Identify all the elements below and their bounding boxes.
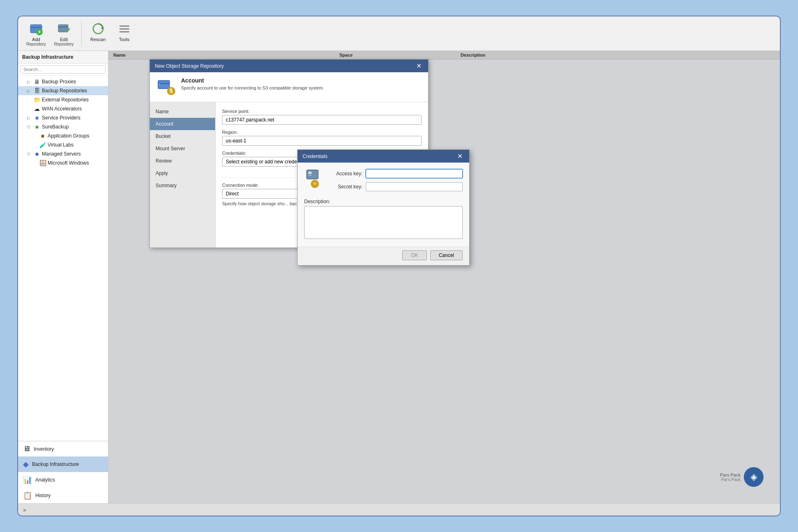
app-groups-icon: ■ xyxy=(39,133,46,139)
description-label: Description: xyxy=(304,199,463,204)
nav-inventory-label: Inventory xyxy=(34,446,54,452)
ok-button[interactable]: OK xyxy=(402,250,427,260)
svg-rect-8 xyxy=(119,25,129,27)
service-providers-label: Service Providers xyxy=(42,115,80,121)
step-mount-server[interactable]: Mount Server xyxy=(150,142,215,155)
brand-logo: ◈ xyxy=(744,467,764,487)
add-repository-icon: + xyxy=(28,21,44,37)
sidebar: Backup Infrastructure ▷ 🖥 Backup Proxies… xyxy=(18,51,108,503)
bottom-bar: » xyxy=(18,503,780,516)
nav-history-label: History xyxy=(35,493,50,498)
modal-steps: Name Account Bucket Mount Server xyxy=(150,102,216,248)
content-area: Name Space Description New Object Storag… xyxy=(108,51,780,503)
modal-titlebar: New Object Storage Repository ✕ xyxy=(150,60,428,72)
expand-icon xyxy=(33,134,38,138)
scroll-right-arrow[interactable]: » xyxy=(23,507,26,513)
step-apply[interactable]: Apply xyxy=(150,167,215,179)
sidebar-item-virtual-labs[interactable]: 🧪 Virtual Labs xyxy=(18,140,108,149)
wan-icon: ☁ xyxy=(34,105,40,112)
modal-overlay: New Object Storage Repository ✕ $ xyxy=(108,51,780,503)
sidebar-item-backup-repositories[interactable]: ▷ 🗄 Backup Repositories xyxy=(18,86,108,95)
sidebar-item-wan-accelerators[interactable]: ☁ WAN Accelerators xyxy=(18,104,108,113)
expand-icon xyxy=(33,161,38,165)
backup-infrastructure-icon: ◆ xyxy=(23,460,29,469)
search-input[interactable] xyxy=(21,65,105,73)
nav-backup-infrastructure[interactable]: ◆ Backup Infrastructure xyxy=(18,456,108,472)
add-repository-button[interactable]: + Add Repository xyxy=(23,19,49,48)
managed-servers-label: Managed Servers xyxy=(42,151,81,157)
analytics-icon: 📊 xyxy=(23,475,32,484)
credentials-dialog-close[interactable]: ✕ xyxy=(456,152,464,160)
region-group: Region: xyxy=(222,130,422,146)
nav-analytics[interactable]: 📊 Analytics xyxy=(18,472,108,488)
nav-inventory[interactable]: 🖥 Inventory xyxy=(18,441,108,456)
rescan-button[interactable]: Rescan xyxy=(86,19,110,44)
svg-text:$: $ xyxy=(170,87,173,94)
access-key-input[interactable] xyxy=(366,169,463,178)
service-point-label: Service point: xyxy=(222,109,422,114)
toolbar: + Add Repository Edit Repository xyxy=(18,16,780,51)
history-icon: 📋 xyxy=(23,491,32,500)
cancel-button[interactable]: Cancel xyxy=(430,250,463,260)
expand-icon: ▷ xyxy=(27,89,32,93)
step-name[interactable]: Name xyxy=(150,105,215,118)
brand-name: Pars Pack xyxy=(720,472,741,477)
svg-rect-9 xyxy=(119,28,129,30)
rescan-icon xyxy=(90,21,106,37)
sidebar-item-application-groups[interactable]: ■ Application Groups xyxy=(18,131,108,140)
connection-mode-value: Direct xyxy=(222,189,304,199)
tools-button[interactable]: Tools xyxy=(112,19,137,44)
region-input[interactable] xyxy=(222,136,422,146)
sidebar-item-backup-proxies[interactable]: ▷ 🖥 Backup Proxies xyxy=(18,77,108,86)
svg-rect-5 xyxy=(58,27,68,28)
virtual-labs-icon: 🧪 xyxy=(39,142,46,148)
expand-icon xyxy=(27,107,32,111)
edit-repository-sublabel: Repository xyxy=(54,42,74,46)
cred-form-area: Access key: Secret key: xyxy=(304,169,463,195)
main-area: Backup Infrastructure ▷ 🖥 Backup Proxies… xyxy=(18,51,780,503)
windows-icon: 🪟 xyxy=(39,160,46,166)
modal-close-button[interactable]: ✕ xyxy=(415,62,423,70)
step-summary[interactable]: Summary xyxy=(150,179,215,192)
credentials-dialog: Credentials ✕ xyxy=(297,149,470,266)
svg-point-13 xyxy=(159,84,161,85)
credentials-dialog-titlebar: Credentials ✕ xyxy=(298,150,469,163)
inventory-icon: 🖥 xyxy=(23,445,30,453)
windows-label: Microsoft Windows xyxy=(48,160,89,166)
modal-header-desc: Specify account to use for connecting to… xyxy=(181,85,324,90)
toolbar-separator xyxy=(81,21,82,46)
credentials-dialog-buttons: OK Cancel xyxy=(298,247,469,265)
nav-backup-infrastructure-label: Backup Infrastructure xyxy=(32,461,79,467)
surebackup-icon: ■ xyxy=(34,124,40,130)
rescan-label: Rescan xyxy=(90,37,105,42)
edit-repository-icon xyxy=(56,21,72,37)
svg-text:+: + xyxy=(38,29,41,35)
managed-servers-icon: ■ xyxy=(34,151,40,157)
sidebar-item-service-providers[interactable]: ▷ ■ Service Providers xyxy=(18,113,108,122)
modal-header: $ Account Specify account to use for con… xyxy=(150,72,428,102)
nav-analytics-label: Analytics xyxy=(35,477,55,483)
sidebar-item-microsoft-windows[interactable]: 🪟 Microsoft Windows xyxy=(18,158,108,167)
step-bucket[interactable]: Bucket xyxy=(150,130,215,142)
service-point-input[interactable] xyxy=(222,115,422,125)
sidebar-item-external-repositories[interactable]: 📁 External Repositories xyxy=(18,95,108,104)
secret-key-input[interactable] xyxy=(366,182,463,191)
brand-area: Pars Pack Par's Pack ◈ xyxy=(720,467,764,487)
step-account[interactable]: Account xyxy=(150,118,215,130)
step-review[interactable]: Review xyxy=(150,155,215,167)
brand-subname: Par's Pack xyxy=(720,477,741,482)
sidebar-bottom-nav: 🖥 Inventory ◆ Backup Infrastructure 📊 An… xyxy=(18,441,108,503)
nav-history[interactable]: 📋 History xyxy=(18,488,108,503)
secret-key-label: Secret key: xyxy=(326,184,362,190)
sidebar-item-surebackup[interactable]: ▽ ■ SureBackup xyxy=(18,122,108,131)
backup-proxies-icon: 🖥 xyxy=(34,78,40,85)
svg-rect-16 xyxy=(307,170,318,179)
expand-icon: ▷ xyxy=(27,116,32,120)
backup-repositories-label: Backup Repositories xyxy=(42,88,87,94)
sidebar-item-managed-servers[interactable]: ▽ ■ Managed Servers xyxy=(18,149,108,158)
description-input[interactable] xyxy=(304,206,463,239)
edit-repository-button[interactable]: Edit Repository xyxy=(51,19,77,48)
cred-fields: Access key: Secret key: xyxy=(326,169,463,195)
external-repos-icon: 📁 xyxy=(34,96,40,103)
surebackup-label: SureBackup xyxy=(42,124,69,130)
